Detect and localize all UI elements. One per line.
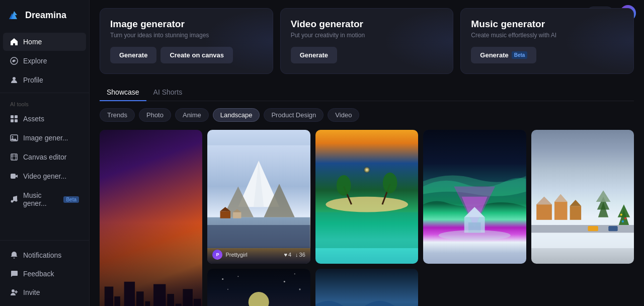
svg-rect-16 [11,174,16,179]
nav-explore[interactable]: Explore [3,52,86,70]
tab-ai-shorts[interactable]: AI Shorts [146,84,190,101]
compass-icon [10,57,18,65]
svg-point-76 [621,220,623,222]
logo[interactable]: Dreamina [0,0,89,30]
svg-marker-73 [617,204,630,217]
image-grid: P Prettygirl ♥ 4 ↓ 36 [100,130,634,306]
svg-point-84 [299,288,301,290]
downloads-count: 36 [299,252,305,258]
svg-rect-7 [15,115,18,118]
showcase-tabs: Showcase AI Shorts [100,84,634,101]
filter-trends[interactable]: Trends [100,108,135,122]
img-mountain-user: P Prettygirl [212,250,247,260]
nav-feedback[interactable]: Feedback [3,265,86,283]
nav-music-label: Music gener... [23,191,58,207]
filter-photo[interactable]: Photo [139,108,171,122]
divider-2 [0,240,89,241]
img-city-sunset[interactable] [100,130,202,306]
svg-point-51 [383,173,397,193]
filter-landscape[interactable]: Landscape [213,108,260,122]
nav-feedback-label: Feedback [23,270,54,278]
nav-explore-label: Explore [23,57,47,65]
svg-rect-24 [114,296,120,306]
nav-profile[interactable]: Profile [3,71,86,89]
user-avatar-sm: P [212,250,222,260]
image-gen-title: Image generator [110,19,263,30]
downloads-stat: ↓ 36 [295,252,305,258]
nav-invite[interactable]: Invite [3,283,86,301]
svg-rect-30 [176,303,182,306]
svg-rect-29 [167,294,174,306]
svg-point-80 [238,276,239,277]
nav-canvas[interactable]: Canvas editor [3,148,86,166]
svg-point-55 [439,230,511,240]
filter-video[interactable]: Video [328,108,359,122]
nav-main: Home Explore Profile AI tools Assets [0,30,89,237]
svg-rect-26 [136,291,144,306]
music-gen-buttons: Generate Beta [471,47,623,63]
img-ocean-extra[interactable] [315,269,418,306]
nav-video-gen[interactable]: Video gener... [3,167,86,185]
svg-rect-40 [220,211,230,218]
nav-music-gen[interactable]: Music gener... Beta [3,186,86,212]
svg-point-19 [15,199,18,202]
svg-point-20 [12,289,15,292]
img-night-moon[interactable] [207,269,310,306]
nav-invite-label: Invite [23,288,40,296]
svg-rect-28 [153,284,166,306]
svg-point-45 [358,164,376,183]
svg-rect-59 [554,202,568,220]
image-icon [10,134,18,142]
music-gen-title: Music generator [471,19,623,30]
img-mountain-stats: ♥ 4 ↓ 36 [284,252,305,258]
svg-rect-70 [588,226,598,231]
svg-point-83 [227,289,228,290]
svg-point-49 [337,175,351,196]
sidebar: Dreamina Home Explore Profile AI tools [0,0,90,306]
svg-point-75 [624,217,626,219]
nav-home[interactable]: Home [3,33,86,51]
filter-product-design[interactable]: Product Design [264,108,324,122]
main-content: 🔵 0 U Image generator Turn your ideas in… [90,0,644,306]
image-gen-buttons: Generate Create on canvas [110,47,263,63]
image-gen-generate-btn[interactable]: Generate [110,47,156,63]
nav-profile-label: Profile [23,76,43,84]
img-tropical[interactable] [315,130,418,264]
user-icon [10,76,18,84]
nav-home-label: Home [23,38,42,46]
img-winter-village[interactable] [531,130,634,264]
nav-assets[interactable]: Assets [3,110,86,128]
video-icon [10,172,18,180]
app-name: Dreamina [25,10,66,21]
svg-marker-64 [554,194,568,202]
svg-rect-46 [315,212,418,249]
svg-point-79 [222,278,224,280]
video-gen-buttons: Generate [291,47,443,63]
svg-point-5 [13,77,16,80]
username-prettygirl: Prettygirl [225,252,247,258]
image-gen-canvas-btn[interactable]: Create on canvas [160,47,233,63]
svg-rect-39 [207,225,310,248]
svg-rect-57 [536,204,552,220]
filter-pills: Trends Photo Anime Landscape Product Des… [100,108,634,122]
svg-point-82 [294,273,295,274]
video-gen-generate-btn[interactable]: Generate [291,47,337,63]
svg-rect-27 [145,301,150,306]
img-aurora[interactable] [423,130,526,264]
img-mountain-overlay: P Prettygirl ♥ 4 ↓ 36 [207,246,310,264]
grid-icon [10,115,18,123]
tab-showcase[interactable]: Showcase [100,84,146,101]
nav-notifications[interactable]: Notifications [3,246,86,264]
svg-rect-71 [608,226,617,231]
filter-anime[interactable]: Anime [175,108,209,122]
svg-rect-9 [15,119,18,122]
nav-notifications-label: Notifications [23,251,61,259]
svg-point-74 [620,214,622,216]
music-gen-generate-btn[interactable]: Generate Beta [471,47,536,63]
invite-icon [10,288,18,296]
music-gen-btn-label: Generate [480,51,508,59]
nav-image-gen[interactable]: Image gener... [3,129,86,147]
ai-tools-label: AI tools [0,96,89,109]
img-snowy-mountain[interactable]: P Prettygirl ♥ 4 ↓ 36 [207,130,310,264]
image-gen-desc: Turn your ideas into stunning images [110,32,263,39]
